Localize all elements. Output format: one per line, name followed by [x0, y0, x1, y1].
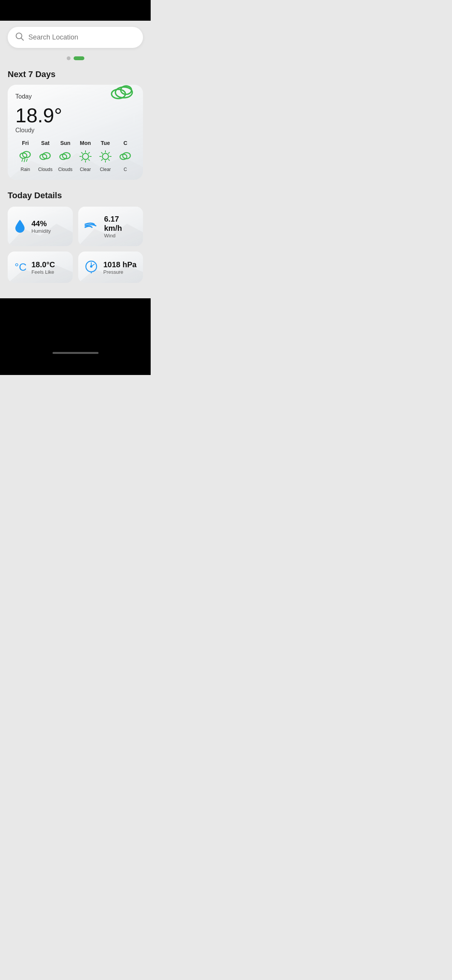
forecast-tue-label: Tue: [101, 140, 110, 146]
forecast-fri: Fri Rain: [15, 140, 35, 172]
forecast-sat-icon: [38, 149, 53, 164]
wind-text: 6.17 km/h Wind: [104, 214, 137, 238]
detail-card-wind-content: 6.17 km/h Wind: [84, 214, 137, 238]
svg-line-31: [108, 153, 109, 154]
indicator-dot-2-active: [74, 56, 84, 60]
svg-line-8: [22, 159, 23, 161]
today-condition: Cloudy: [15, 127, 135, 134]
svg-line-20: [81, 153, 82, 154]
forecast-sun-condition: Clouds: [58, 167, 72, 172]
search-input[interactable]: [28, 33, 135, 41]
black-bottom: [0, 298, 151, 375]
svg-text:°C: °C: [15, 261, 26, 273]
wind-icon: [84, 220, 99, 233]
forecast-mon: Mon: [76, 140, 95, 172]
humidity-label: Humidity: [31, 228, 51, 234]
bottom-spacer: [8, 283, 143, 298]
forecast-sat: Sat Clouds: [35, 140, 55, 172]
week-card-content: Today 18.9° Cloudy: [15, 93, 135, 172]
detail-card-feelslike: °C 18.0°C Feels Like: [8, 252, 73, 283]
detail-card-feelslike-content: °C 18.0°C Feels Like: [14, 259, 55, 275]
pressure-value: 1018 hPa: [104, 260, 137, 269]
svg-line-32: [101, 159, 102, 161]
pressure-icon: [84, 260, 98, 275]
svg-line-43: [91, 264, 94, 266]
forecast-fri-condition: Rain: [21, 167, 30, 172]
svg-line-29: [101, 153, 102, 154]
forecast-mon-icon: [78, 149, 93, 164]
status-bar: [0, 0, 151, 21]
forecast-mon-label: Mon: [80, 140, 91, 146]
svg-point-15: [82, 153, 89, 159]
today-icon-row: [15, 85, 135, 102]
forecast-row: Fri Rain: [15, 140, 135, 172]
section-title-7days: Next 7 Days: [8, 69, 143, 79]
svg-line-23: [81, 159, 82, 161]
today-weather-icon: [105, 85, 135, 102]
svg-line-1: [21, 38, 24, 41]
home-indicator: [53, 352, 99, 354]
feelslike-text: 18.0°C Feels Like: [31, 260, 55, 275]
feelslike-label: Feels Like: [31, 269, 55, 275]
humidity-text: 44% Humidity: [31, 219, 51, 234]
svg-line-30: [108, 159, 109, 161]
forecast-wed-condition: C: [124, 167, 127, 172]
page-indicators: [8, 56, 143, 60]
detail-card-humidity: 44% Humidity: [8, 207, 73, 246]
forecast-fri-icon: [18, 149, 33, 164]
wind-value: 6.17 km/h: [104, 214, 137, 233]
detail-card-humidity-content: 44% Humidity: [14, 219, 51, 235]
forecast-fri-label: Fri: [22, 140, 29, 146]
detail-card-wind: 6.17 km/h Wind: [78, 207, 143, 246]
forecast-sun-label: Sun: [60, 140, 70, 146]
forecast-tue-condition: Clear: [100, 167, 111, 172]
search-icon: [15, 32, 24, 43]
details-section-title: Today Details: [8, 191, 143, 201]
feelslike-value: 18.0°C: [31, 260, 55, 269]
wind-label: Wind: [104, 233, 137, 238]
detail-card-pressure-content: 1018 hPa Pressure: [84, 260, 137, 275]
forecast-sun: Sun Clouds: [55, 140, 75, 172]
svg-point-24: [102, 153, 108, 159]
svg-line-10: [26, 159, 27, 161]
forecast-sat-label: Sat: [41, 140, 49, 146]
humidity-icon: [14, 219, 26, 235]
forecast-wed: C C: [115, 140, 135, 172]
humidity-value: 44%: [31, 219, 51, 228]
forecast-wed-icon: [118, 149, 133, 164]
svg-line-22: [88, 153, 89, 154]
forecast-sun-icon: [58, 149, 72, 164]
forecast-tue-icon: [98, 149, 113, 164]
detail-card-pressure: 1018 hPa Pressure: [78, 252, 143, 283]
main-content: Next 7 Days Today: [0, 21, 151, 298]
forecast-mon-condition: Clear: [80, 167, 91, 172]
forecast-sat-condition: Clouds: [38, 167, 53, 172]
details-grid: 44% Humidity: [8, 207, 143, 283]
details-section: Today Details: [8, 191, 143, 283]
search-bar[interactable]: [8, 27, 143, 48]
week-card: Today 18.9° Cloudy: [8, 85, 143, 180]
pressure-label: Pressure: [104, 269, 137, 275]
feelslike-icon: °C: [14, 259, 26, 275]
indicator-dot-1: [67, 56, 71, 60]
svg-line-9: [24, 159, 25, 162]
svg-line-21: [88, 159, 89, 161]
today-temperature: 18.9°: [15, 105, 135, 125]
forecast-wed-label: C: [123, 140, 127, 146]
forecast-tue: Tue: [95, 140, 115, 172]
pressure-text: 1018 hPa Pressure: [104, 260, 137, 275]
